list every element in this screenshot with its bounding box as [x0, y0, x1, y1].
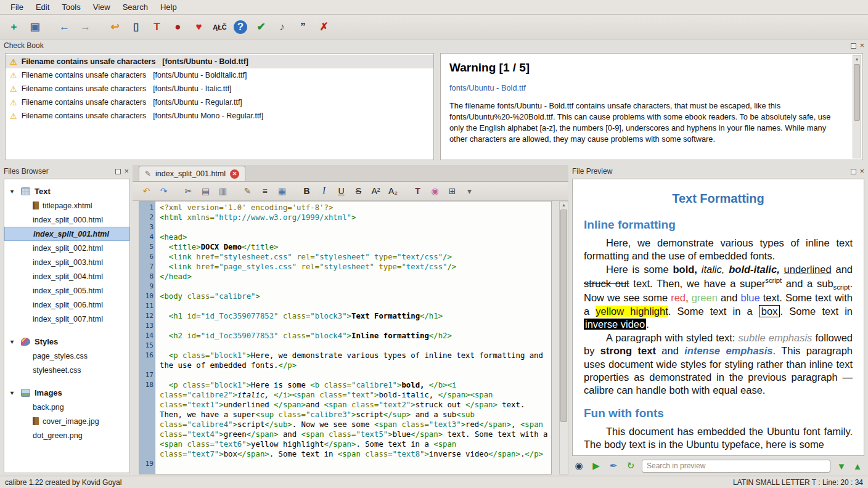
menu-item-search[interactable]: Search — [117, 1, 154, 14]
smarten-punctuation-icon[interactable]: ” — [294, 18, 312, 36]
check-result-row[interactable]: ⚠Filename contains unsafe characters[fon… — [6, 82, 433, 96]
tree-item-file[interactable]: stylesheet.css — [4, 363, 129, 377]
color-icon[interactable]: ◉ — [427, 184, 443, 199]
table-icon[interactable]: ⊞ — [444, 184, 460, 199]
menu-item-help[interactable]: Help — [155, 1, 182, 14]
tree-item-file[interactable]: index_split_003.html — [4, 255, 129, 269]
tree-item-file[interactable]: page_styles.css — [4, 349, 129, 363]
tree-category-styles[interactable]: ▾Styles — [4, 335, 129, 349]
refresh-preview-icon[interactable]: ↻ — [624, 459, 637, 473]
live-preview-icon[interactable]: ◉ — [572, 459, 586, 473]
code-line[interactable]: 7 <link href="page_styles.css" rel="styl… — [139, 262, 551, 272]
spellcheck-icon[interactable]: ĄŁČ — [211, 18, 229, 36]
code-line[interactable]: 1<?xml version='1.0' encoding='utf-8'?> — [139, 203, 551, 213]
menu-item-edit[interactable]: Edit — [30, 1, 55, 14]
tab-index-split-001[interactable]: ✎ index_split_001.html ✕ — [139, 166, 245, 181]
save-icon[interactable]: ▣ — [26, 18, 44, 36]
code-line[interactable]: 14 <h2 id="id_Toc359077853" class="block… — [139, 331, 551, 341]
tree-item-file[interactable]: back.png — [4, 400, 129, 414]
close-dock-icon[interactable]: × — [859, 168, 864, 174]
strike-icon[interactable]: S — [351, 184, 366, 199]
check-book-icon[interactable]: ✔ — [252, 18, 270, 36]
code-line[interactable]: 13 — [139, 321, 551, 331]
tree-item-file[interactable]: index_split_004.html — [4, 269, 129, 283]
check-file-link[interactable]: fonts/Ubuntu - Bold.ttf — [449, 83, 526, 92]
underline-icon[interactable]: U — [334, 184, 349, 199]
code-line[interactable]: 6 <link href="stylesheet.css" rel="style… — [139, 252, 551, 262]
collapse-icon[interactable]: ▾ — [10, 389, 17, 396]
tree-item-file[interactable]: index_split_006.html — [4, 298, 129, 312]
edit-toc-icon[interactable]: T — [148, 18, 166, 36]
code-line[interactable]: 11 — [139, 301, 551, 311]
tree-item-file[interactable]: index_split_001.html — [4, 227, 129, 241]
close-dock-icon[interactable]: × — [859, 43, 864, 49]
code-editor[interactable]: 1<?xml version='1.0' encoding='utf-8'?>2… — [139, 201, 552, 474]
tree-item-file[interactable]: index_split_002.html — [4, 241, 129, 255]
copy-icon[interactable]: ▤ — [198, 184, 213, 199]
tree-category-images[interactable]: ▾Images — [4, 386, 129, 400]
device-preview-icon[interactable]: ▯ — [127, 18, 145, 36]
collapse-icon[interactable]: ▾ — [10, 338, 17, 345]
code-line[interactable]: 12 <h1 id="id_Toc359077852" class="block… — [139, 311, 551, 321]
preview-search-input[interactable] — [642, 460, 830, 473]
paste-icon[interactable]: ▥ — [215, 184, 231, 199]
revert-icon[interactable]: ↩ — [106, 18, 124, 36]
find-prev-icon[interactable]: ▲ — [851, 459, 864, 473]
code-line[interactable]: 4<head> — [139, 232, 551, 242]
tts-icon[interactable]: ♪ — [273, 18, 291, 36]
code-line[interactable]: 9 — [139, 282, 551, 291]
float-dock-icon[interactable] — [851, 43, 856, 49]
report-bug-icon[interactable]: ● — [169, 18, 187, 36]
tree-item-file[interactable]: titlepage.xhtml — [4, 198, 129, 213]
menu-item-view[interactable]: View — [88, 1, 116, 14]
check-result-row[interactable]: ⚠Filename contains unsafe characters[fon… — [6, 109, 433, 123]
undo-icon[interactable]: ↶ — [139, 184, 154, 199]
check-result-row[interactable]: ⚠Filename contains unsafe characters[fon… — [6, 55, 433, 68]
tree-item-file[interactable]: dot_green.png — [4, 428, 129, 442]
code-line[interactable]: 18 <p class="block1">Here is some <b cla… — [139, 380, 551, 459]
code-line[interactable]: 10<body class="calibre"> — [139, 291, 551, 301]
new-file-icon[interactable]: + — [5, 18, 23, 36]
code-line[interactable]: 16 <p class="block1">Here, we demonstrat… — [139, 351, 551, 370]
check-fix-link[interactable]: Rename the file fonts/Ubuntu - Bold.ttf … — [449, 158, 675, 160]
check-result-row[interactable]: ⚠Filename contains unsafe characters[fon… — [6, 68, 433, 82]
italic-icon[interactable]: I — [316, 184, 332, 199]
fonts-icon[interactable]: T — [410, 184, 425, 199]
insert-image-icon[interactable]: ▦ — [274, 184, 290, 199]
code-line[interactable]: 5 <title>DOCX Demo</title> — [139, 242, 551, 252]
more-icon[interactable]: ▾ — [462, 184, 477, 199]
check-result-row[interactable]: ⚠Filename contains unsafe characters[fon… — [6, 96, 433, 109]
collapse-icon[interactable]: ▾ — [10, 188, 17, 195]
forward-icon[interactable]: → — [76, 18, 94, 36]
code-line[interactable]: 3 — [139, 222, 551, 232]
tree-item-file[interactable]: index_split_000.html — [4, 213, 129, 227]
float-dock-icon[interactable] — [115, 169, 121, 174]
code-line[interactable]: 15 — [139, 341, 551, 351]
check-detail-scrollbar[interactable]: ▲ — [853, 55, 861, 158]
code-line[interactable]: 17 — [139, 370, 551, 380]
menu-item-tools[interactable]: Tools — [56, 1, 86, 14]
subscript-icon[interactable]: A₂ — [385, 184, 401, 199]
superscript-icon[interactable]: A² — [368, 184, 383, 199]
find-next-icon[interactable]: ▼ — [835, 459, 848, 473]
menu-item-file[interactable]: File — [5, 1, 29, 14]
code-line[interactable]: 8</head> — [139, 272, 551, 282]
editor-scrollbar[interactable]: ▲ — [559, 201, 568, 474]
list-icon[interactable]: ≡ — [257, 184, 272, 199]
tree-item-file[interactable]: cover_image.jpg — [4, 414, 129, 428]
close-book-icon[interactable]: ✗ — [315, 18, 333, 36]
donate-icon[interactable]: ♥ — [190, 18, 208, 36]
redo-icon[interactable]: ↷ — [156, 184, 171, 199]
tree-item-file[interactable]: index_split_007.html — [4, 312, 129, 326]
tree-item-file[interactable]: index_split_005.html — [4, 283, 129, 298]
help-icon[interactable]: ? — [234, 20, 247, 34]
float-dock-icon[interactable] — [851, 169, 856, 174]
tree-category-text[interactable]: ▾Text — [4, 184, 129, 198]
inspect-icon[interactable]: ✒ — [607, 459, 620, 473]
close-dock-icon[interactable]: × — [124, 168, 129, 174]
cut-icon[interactable]: ✂ — [181, 184, 196, 199]
bold-icon[interactable]: B — [299, 184, 314, 199]
code-line[interactable]: 2<html xmlns="http://www.w3.org/1999/xht… — [139, 213, 551, 222]
smarten-quotes-icon[interactable]: ✎ — [240, 184, 255, 199]
back-icon[interactable]: ← — [55, 18, 73, 36]
